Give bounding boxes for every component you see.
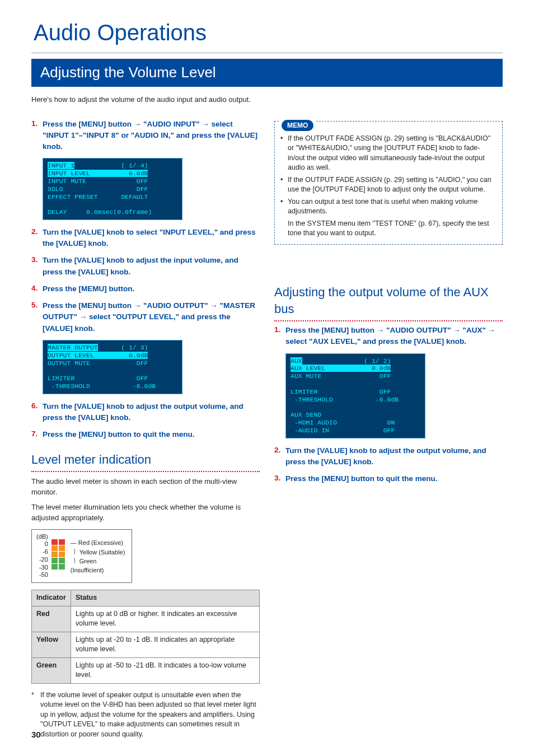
step-6: 6.Turn the [VALUE] knob to adjust the ou… (31, 401, 260, 424)
left-column: 1. Press the [MENU] button → "AUDIO INPU… (31, 115, 260, 740)
level-meter-text2: The level meter illumination lets you ch… (31, 502, 260, 524)
memo-box: MEMO •If the OUTPUT FADE ASSIGN (p. 29) … (274, 121, 503, 245)
page-title: Audio Operations (0, 0, 534, 53)
table-row: GreenLights up at -50 to -21 dB. It indi… (32, 657, 260, 683)
table-row: YellowLights up at -20 to -1 dB. It indi… (32, 632, 260, 657)
aux-heading: Adjusting the output volume of the AUX b… (274, 284, 503, 322)
horizontal-rule (31, 53, 503, 53)
aux-step-1: 1.Press the [MENU] button → "AUDIO OUTPU… (274, 325, 503, 348)
aux-step-2: 2.Turn the [VALUE] knob to adjust the ou… (274, 445, 503, 468)
section-banner: Adjusting the Volume Level (31, 59, 503, 87)
indicator-table: IndicatorStatus RedLights up at 0 dB or … (31, 590, 260, 684)
step-2: 2.Turn the [VALUE] knob to select "INPUT… (31, 227, 260, 250)
intro-text: Here's how to adjust the volume of the a… (31, 95, 503, 105)
step-7: 7.Press the [MENU] button to quit the me… (31, 429, 260, 440)
step-3: 3.Turn the [VALUE] knob to adjust the in… (31, 255, 260, 278)
right-column: MEMO •If the OUTPUT FADE ASSIGN (p. 29) … (274, 115, 503, 740)
level-meter-text1: The audio level meter is shown in each s… (31, 477, 260, 498)
level-meter-diagram: (dB) 0 -6 -20 -30 -50 (31, 529, 132, 584)
step-4: 4.Press the [MEMU] button. (31, 283, 260, 295)
footnote: * If the volume level of speaker output … (31, 690, 260, 740)
lcd-aux: AUX ( 1/ 2) AUX LEVEL 0.0dB AUX MUTE OFF… (285, 353, 425, 438)
step-text: Press the [MENU] button → "AUDIO INPUT" … (43, 119, 260, 153)
step-number: 1. (31, 119, 43, 153)
page-number: 30 (31, 729, 41, 740)
table-row: RedLights up at 0 dB or higher. It indic… (32, 606, 260, 632)
lcd-input1: INPUT 1 ( 1/ 4) INPUT LEVEL 0.0dB INPUT … (43, 158, 182, 220)
step-5: 5.Press the [MENU] button → "AUDIO OUTPU… (31, 300, 260, 334)
step-1: 1. Press the [MENU] button → "AUDIO INPU… (31, 119, 260, 153)
memo-label: MEMO (282, 120, 313, 132)
aux-step-3: 3.Press the [MENU] button to quit the me… (274, 473, 503, 484)
lcd-master-output: MASTER OUTPUT ( 1/ 3) OUTPUT LEVEL 0.0dB… (43, 340, 182, 394)
level-meter-heading: Level meter indication (31, 451, 260, 472)
